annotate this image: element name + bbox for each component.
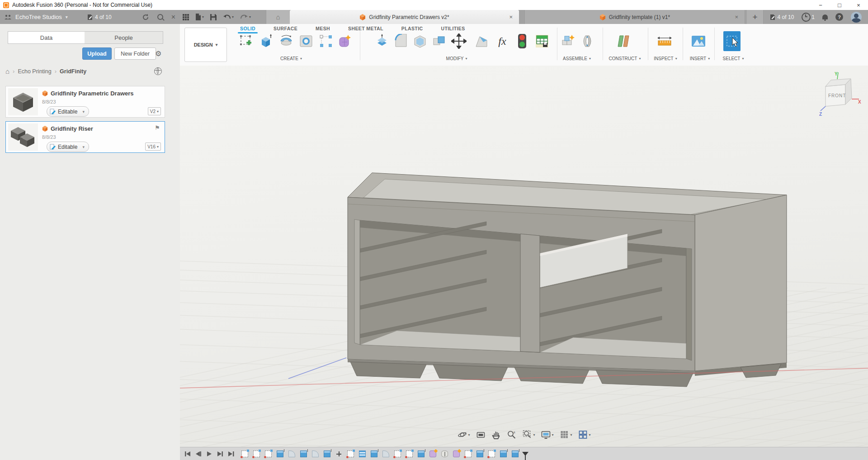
file-menu-icon[interactable]: ▾	[195, 14, 204, 20]
timeline-feature-sketch[interactable]	[406, 451, 413, 457]
timeline-feature-fillet[interactable]	[382, 451, 389, 457]
user-avatar[interactable]	[851, 12, 862, 23]
timeline-feature-fillet[interactable]	[288, 451, 295, 457]
measure-icon[interactable]	[656, 31, 673, 51]
search-icon[interactable]	[157, 14, 163, 20]
timeline-feature-sketch[interactable]	[347, 451, 354, 457]
fit-icon[interactable]: ▾	[522, 430, 535, 440]
timeline-feature-move[interactable]	[335, 451, 342, 457]
redo-icon[interactable]: ▾	[240, 14, 251, 20]
play-icon[interactable]	[206, 451, 212, 457]
new-component-icon[interactable]	[560, 31, 577, 51]
select-tool-icon[interactable]	[723, 31, 741, 51]
timeline-feature-extrude[interactable]	[300, 451, 307, 457]
grid-menu-icon[interactable]	[183, 14, 189, 20]
tab-people[interactable]: People	[85, 31, 163, 44]
timeline-feature-extrude[interactable]	[476, 451, 483, 457]
group-create[interactable]: CREATE▾	[280, 56, 302, 61]
timeline-feature-extrude[interactable]	[500, 451, 507, 457]
viewport-canvas[interactable]: Y FRONT X Z ▾ ±	[180, 66, 868, 447]
appearance-icon[interactable]	[514, 31, 531, 51]
look-at-icon[interactable]	[476, 430, 486, 440]
group-construct[interactable]: CONSTRUCT▾	[609, 56, 641, 61]
timeline-feature-sketch[interactable]	[253, 451, 260, 457]
breadcrumb-project[interactable]: Echo Printing	[18, 68, 51, 75]
timeline-feature-extrude[interactable]	[277, 451, 283, 457]
tab-close-icon[interactable]: ×	[509, 14, 513, 20]
minimize-button[interactable]: −	[811, 0, 830, 10]
timeline-playhead[interactable]	[522, 452, 528, 456]
document-tab-active[interactable]: Gridfinity Parametric Drawers v2* ×	[290, 10, 519, 24]
step-forward-icon[interactable]	[217, 451, 223, 457]
save-icon[interactable]	[210, 14, 217, 20]
settings-gear-icon[interactable]: ⚙	[155, 49, 161, 58]
new-document-tab-button[interactable]: +	[747, 10, 764, 24]
timeline-feature-sketch[interactable]	[465, 451, 472, 457]
flag-icon[interactable]: ⚑	[155, 124, 160, 131]
help-icon[interactable]: ?	[835, 13, 843, 21]
hole-icon[interactable]	[297, 31, 315, 51]
timeline-feature-mirror[interactable]	[359, 451, 366, 457]
insert-image-icon[interactable]	[690, 31, 707, 51]
revolve-icon[interactable]	[278, 31, 295, 51]
maximize-button[interactable]: □	[830, 0, 849, 10]
grid-icon[interactable]: ▾	[560, 430, 572, 440]
timeline-feature-extrude[interactable]	[512, 451, 519, 457]
pattern-icon[interactable]	[317, 31, 335, 51]
go-to-end-icon[interactable]	[228, 451, 234, 457]
tab-data[interactable]: Data	[8, 31, 85, 44]
list-item-gridfinity-riser[interactable]: Gridfinity Riser 8/8/23 Editable ▾ V16▾ …	[5, 121, 165, 153]
workspace-selector[interactable]: DESIGN▾	[184, 28, 227, 62]
3d-model-gridfinity-drawers[interactable]	[180, 66, 868, 447]
timeline-feature-sketch[interactable]	[394, 451, 401, 457]
timeline-feature-sketch[interactable]	[241, 451, 248, 457]
group-modify[interactable]: MODIFY▾	[446, 56, 467, 61]
extrude-icon[interactable]	[258, 31, 275, 51]
timeline-feature-form[interactable]	[453, 451, 460, 457]
group-insert[interactable]: INSERT▾	[690, 56, 710, 61]
display-settings-icon[interactable]: ▾	[541, 430, 553, 440]
group-inspect[interactable]: INSPECT▾	[654, 56, 677, 61]
upload-button[interactable]: Upload	[82, 47, 112, 60]
shell-icon[interactable]	[411, 31, 429, 51]
document-tab-inactive[interactable]: Gridfinity template (1) v1* ×	[524, 10, 745, 24]
view-cube[interactable]: Y FRONT X Z	[818, 70, 862, 117]
item-status-dropdown[interactable]: Editable ▾	[47, 106, 89, 117]
fillet-icon[interactable]	[392, 31, 410, 51]
item-version-dropdown[interactable]: V16▾	[145, 142, 161, 151]
timeline-feature-joint[interactable]	[441, 451, 448, 457]
timeline-feature-extrude[interactable]	[371, 451, 377, 457]
timeline-feature-extrude[interactable]	[324, 451, 330, 457]
combine-icon[interactable]	[430, 31, 448, 51]
refresh-icon[interactable]	[142, 14, 149, 21]
item-status-dropdown[interactable]: Editable ▾	[47, 142, 89, 152]
undo-icon[interactable]: ▾	[223, 14, 234, 20]
pan-icon[interactable]	[491, 430, 500, 440]
orbit-icon[interactable]: ▾	[457, 430, 470, 440]
home-tab[interactable]: ⌂	[266, 10, 290, 24]
breadcrumb-folder[interactable]: GridFinity	[60, 68, 86, 75]
move-icon[interactable]	[450, 31, 467, 51]
zoom-icon[interactable]: ±	[506, 430, 516, 440]
team-dropdown-caret-icon[interactable]: ▾	[66, 14, 68, 19]
timeline-feature-sketch[interactable]	[488, 451, 495, 457]
group-select[interactable]: SELECT▾	[723, 56, 744, 61]
press-pull-icon[interactable]	[373, 31, 391, 51]
timeline-feature-fillet[interactable]	[312, 451, 319, 457]
create-sketch-icon[interactable]	[238, 31, 255, 51]
team-name[interactable]: EchoTree Studios	[15, 14, 62, 20]
group-assemble[interactable]: ASSEMBLE▾	[563, 56, 591, 61]
close-button[interactable]: ×	[849, 0, 868, 10]
job-status-badge[interactable]: 4 of 10	[87, 14, 112, 20]
joint-icon[interactable]	[579, 31, 596, 51]
item-version-dropdown[interactable]: V2▾	[148, 107, 161, 115]
list-item-gridfinity-parametric-drawers[interactable]: Gridfinity Parametric Drawers 8/8/23 Edi…	[5, 86, 165, 118]
home-icon[interactable]: ⌂	[5, 67, 9, 75]
close-panel-icon[interactable]: ×	[171, 14, 175, 21]
create-form-icon[interactable]	[336, 31, 353, 51]
construct-plane-icon[interactable]	[615, 31, 632, 51]
timeline-feature-form[interactable]	[429, 451, 436, 457]
change-parameters-icon[interactable]: fx	[494, 31, 511, 51]
viewports-icon[interactable]: ▾	[578, 430, 591, 440]
timeline-feature-sketch[interactable]	[265, 451, 272, 457]
